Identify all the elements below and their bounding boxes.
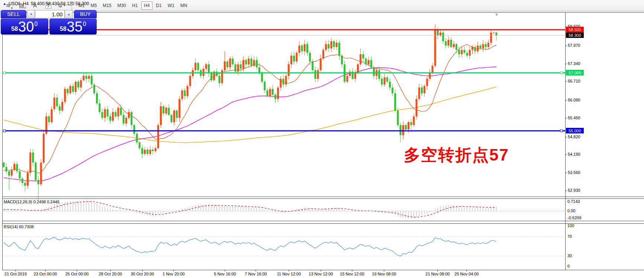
candle-body bbox=[285, 76, 287, 84]
one-click-trade-panel: SELL ▼ ▲ BUY 58 30 0 58 35 0 bbox=[1, 10, 97, 35]
candle-body bbox=[32, 152, 34, 162]
candle-body bbox=[178, 99, 180, 118]
candle-body bbox=[115, 112, 116, 116]
candle-body bbox=[306, 44, 308, 53]
candle-body bbox=[370, 60, 372, 67]
candle-body bbox=[208, 64, 210, 73]
candle-body bbox=[338, 43, 340, 56]
chart-symbol-label: USOil-,H4 bbox=[9, 1, 29, 6]
candle-body bbox=[450, 40, 452, 47]
time-axis-label: 23 Oct 00:00 bbox=[34, 272, 57, 276]
candle-body bbox=[29, 152, 31, 172]
candle-body bbox=[448, 40, 450, 46]
candle-body bbox=[314, 70, 316, 79]
candle-body bbox=[48, 116, 50, 122]
candle-body bbox=[336, 43, 338, 47]
candle-body bbox=[64, 89, 66, 102]
candle-body bbox=[264, 82, 265, 90]
candle-body bbox=[109, 116, 111, 121]
candle-body bbox=[141, 148, 143, 154]
time-axis-label: 25 Oct 00:00 bbox=[65, 272, 89, 276]
hline-handle[interactable] bbox=[560, 72, 563, 74]
candle-body bbox=[6, 167, 7, 171]
rsi-line bbox=[4, 237, 496, 256]
candle-body bbox=[362, 54, 364, 59]
candle-body bbox=[59, 106, 61, 111]
buy-price-display[interactable]: 58 35 0 bbox=[49, 19, 97, 35]
candle-body bbox=[24, 183, 26, 186]
candle-body bbox=[424, 86, 425, 93]
candle-body bbox=[189, 76, 191, 86]
candle-body bbox=[67, 89, 68, 93]
candle-body bbox=[495, 33, 497, 36]
candle-body bbox=[181, 90, 183, 99]
hline-handle[interactable] bbox=[3, 130, 6, 132]
candle-body bbox=[341, 56, 343, 64]
candle-body bbox=[112, 112, 114, 120]
candle-body bbox=[402, 125, 404, 135]
candle-body bbox=[86, 76, 87, 79]
candle-body bbox=[453, 44, 455, 47]
time-axis-label: 7 Nov 16:00 bbox=[245, 272, 267, 276]
buy-price-point: 0 bbox=[83, 21, 86, 27]
candle-body bbox=[381, 79, 383, 85]
candle-body bbox=[458, 50, 460, 54]
candle-body bbox=[219, 76, 220, 83]
buy-price-pips: 35 bbox=[67, 20, 83, 33]
chart-text-annotation[interactable]: 多空转折点57 bbox=[404, 144, 509, 166]
price-badge-55-000: 55.000 bbox=[566, 128, 584, 133]
candle-body bbox=[269, 89, 271, 96]
candle-body bbox=[333, 41, 335, 47]
price-axis-label: 57.340 bbox=[568, 61, 580, 66]
candle-body bbox=[240, 64, 242, 69]
candle-body bbox=[378, 70, 380, 79]
candle-body bbox=[413, 116, 415, 125]
candle-body bbox=[304, 44, 306, 51]
candle-body bbox=[288, 64, 290, 76]
hline-handle[interactable] bbox=[560, 130, 563, 132]
candle-body bbox=[429, 73, 431, 79]
candle-body bbox=[301, 46, 303, 52]
buy-button[interactable]: BUY bbox=[74, 10, 97, 18]
volume-increase-button[interactable]: ▲ bbox=[65, 10, 73, 18]
rsi-axis-label: 0 bbox=[567, 264, 570, 268]
candle-body bbox=[357, 64, 359, 73]
sell-price-display[interactable]: 58 30 0 bbox=[1, 19, 48, 35]
candle-body bbox=[485, 44, 487, 47]
sell-price-pips: 30 bbox=[18, 20, 34, 33]
candle-body bbox=[157, 125, 159, 148]
candle-body bbox=[400, 125, 402, 135]
candle-body bbox=[418, 87, 420, 99]
candle-body bbox=[312, 61, 313, 70]
chart-title: ▲ USOil-,H4 58.400 58.430 58.120 58.300 bbox=[3, 1, 89, 6]
candle-body bbox=[251, 59, 252, 66]
candle-body bbox=[40, 163, 42, 184]
candle-body bbox=[77, 82, 79, 88]
candle-body bbox=[184, 90, 186, 96]
candle-body bbox=[464, 50, 466, 53]
candle-body bbox=[117, 108, 119, 116]
price-axis-label: 57.970 bbox=[568, 43, 580, 48]
candle-body bbox=[487, 43, 489, 47]
sell-button[interactable]: SELL bbox=[1, 10, 26, 18]
candle-body bbox=[493, 33, 495, 33]
rsi-axis-label: 30 bbox=[567, 253, 572, 258]
hline-handle[interactable] bbox=[3, 72, 6, 74]
volume-decrease-button[interactable]: ▼ bbox=[27, 10, 35, 18]
candle-body bbox=[477, 46, 479, 52]
candle-body bbox=[16, 164, 18, 171]
candle-body bbox=[416, 99, 418, 116]
candle-body bbox=[120, 108, 122, 115]
candle-body bbox=[437, 30, 439, 36]
candle-body bbox=[99, 103, 100, 112]
candle-body bbox=[277, 87, 279, 99]
candle-body bbox=[410, 122, 412, 125]
volume-input[interactable] bbox=[35, 10, 65, 18]
candle-body bbox=[70, 86, 71, 93]
candle-body bbox=[405, 125, 407, 129]
chart-canvas[interactable] bbox=[0, 0, 644, 278]
candle-body bbox=[245, 60, 247, 64]
candle-body bbox=[93, 85, 95, 93]
candle-body bbox=[479, 46, 481, 49]
candle-body bbox=[298, 46, 300, 53]
